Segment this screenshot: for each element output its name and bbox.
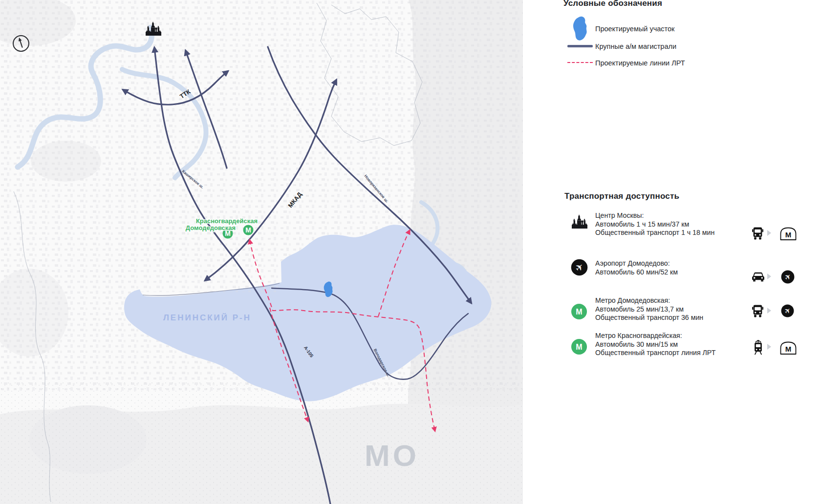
bus-icon — [752, 227, 764, 240]
map-canvas: М М Красногвардейская Домодедовская ТТК … — [0, 0, 523, 504]
airport-icon: ✈ — [571, 259, 588, 276]
svg-text:М: М — [785, 231, 792, 239]
chevron-right-icon — [767, 230, 771, 236]
chevron-right-icon — [767, 344, 771, 350]
row-line: Автомобиль 30 мин/15 км — [595, 340, 715, 349]
transport-row-text: Метро Красногвардейская: Автомобиль 30 м… — [595, 332, 715, 357]
chevron-right-icon — [767, 308, 771, 314]
project-site-icon — [571, 16, 590, 42]
metro-logo-icon: М — [779, 341, 797, 355]
metro-icon: М — [571, 304, 587, 319]
transport-row-text: Аэропорт Домодедово: Автомобиль 60 мин/5… — [595, 259, 678, 276]
svg-text:М: М — [245, 226, 251, 234]
row-line: Общественный транспорт линия ЛРТ — [595, 349, 715, 357]
plane-icon: ✈ — [781, 304, 794, 317]
transport-title: Транспортная доступность — [564, 191, 679, 201]
bus-icon — [752, 304, 764, 318]
metro-logo-icon: М — [779, 227, 797, 241]
legend-item-label: Проектируемый участок — [595, 25, 674, 33]
map-label-domodedovskaya: Домодедовская — [186, 224, 236, 231]
svg-text:М: М — [576, 308, 582, 316]
metro-icon: М — [571, 339, 587, 355]
map-label-region: МО — [365, 439, 419, 472]
info-panel: Условные обозначения Проектируемый участ… — [523, 0, 821, 504]
kremlin-icon — [571, 214, 588, 231]
metro-marker: М — [243, 225, 254, 235]
map-label-district: ЛЕНИНСКИЙ Р-Н — [163, 313, 251, 322]
highway-line-icon — [567, 45, 593, 47]
row-line: Автомобиль 25 мин/13,7 км — [595, 305, 703, 314]
chevron-right-icon — [767, 273, 771, 279]
map-label-krasnogvardeyskaya: Красногвардейская — [196, 217, 258, 225]
row-line: Автомобиль 1 ч 15 мин/37 км — [595, 220, 714, 229]
legend-item-label: Проектируемые линии ЛРТ — [595, 59, 685, 67]
row-title: Метро Красногвардейская: — [595, 332, 715, 340]
row-title: Центр Москвы: — [595, 211, 714, 220]
row-line: Общественный транспорт 36 мин — [595, 314, 703, 322]
plane-icon: ✈ — [781, 270, 795, 284]
tram-icon — [753, 339, 763, 356]
svg-text:М: М — [576, 343, 582, 351]
page: М М Красногвардейская Домодедовская ТТК … — [0, 0, 821, 504]
row-title: Метро Домодедовская: — [595, 296, 703, 305]
row-line: Автомобиль 60 мин/52 км — [595, 268, 678, 277]
legend-title: Условные обозначения — [563, 0, 662, 8]
lrt-dashed-line-icon — [567, 62, 593, 63]
car-icon — [752, 272, 765, 282]
row-title: Аэропорт Домодедово: — [595, 259, 678, 268]
transport-row-text: Метро Домодедовская: Автомобиль 25 мин/1… — [595, 296, 703, 322]
legend-item-label: Крупные а/м магистрали — [595, 42, 676, 50]
transport-row-text: Центр Москвы: Автомобиль 1 ч 15 мин/37 к… — [595, 211, 714, 237]
row-line: Общественный транспорт 1 ч 18 мин — [595, 229, 714, 237]
map-background — [0, 0, 523, 504]
svg-text:М: М — [785, 345, 792, 353]
